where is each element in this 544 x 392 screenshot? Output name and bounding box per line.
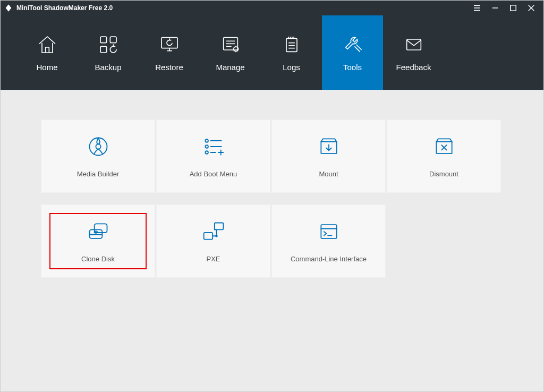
nav-label: Logs (283, 63, 300, 72)
svg-rect-7 (100, 37, 107, 43)
box-down-icon (317, 135, 341, 160)
tile-dismount[interactable]: Dismount (387, 120, 501, 193)
maximize-button[interactable] (504, 1, 522, 15)
tile-label: Mount (319, 170, 338, 178)
nav-logs[interactable]: Logs (261, 15, 322, 90)
tile-clone-disk[interactable]: Clone Disk (41, 204, 155, 278)
tile-label: Media Builder (77, 170, 120, 178)
terminal-icon (317, 220, 341, 245)
app-title: MiniTool ShadowMaker Free 2.0 (16, 4, 113, 12)
title-bar: MiniTool ShadowMaker Free 2.0 (1, 1, 543, 15)
app-logo-icon (4, 3, 13, 13)
svg-point-25 (89, 138, 107, 155)
tile-label: Dismount (429, 170, 458, 178)
tools-grid: Media Builder Add Boot Menu Mount Dismou… (41, 120, 503, 193)
svg-rect-18 (286, 38, 297, 52)
disc-icon (87, 135, 110, 160)
svg-rect-4 (511, 5, 516, 11)
content-area: Media Builder Add Boot Menu Mount Dismou… (1, 90, 543, 391)
network-icon (202, 220, 225, 245)
svg-rect-47 (321, 225, 336, 238)
nav-restore[interactable]: Restore (139, 15, 200, 90)
tile-command-line[interactable]: Command-Line Interface (271, 204, 386, 278)
svg-point-27 (205, 139, 208, 142)
svg-rect-44 (214, 223, 223, 229)
tile-media-builder[interactable]: Media Builder (41, 120, 155, 193)
svg-point-29 (205, 145, 208, 148)
tile-pxe[interactable]: PXE (156, 204, 270, 278)
tools-grid-row2: Clone Disk PXE Command-Line Interface (41, 204, 503, 278)
nav-feedback[interactable]: Feedback (383, 15, 444, 90)
tile-label: Add Boot Menu (190, 170, 237, 178)
nav-label: Home (36, 63, 57, 72)
menu-button[interactable] (468, 1, 486, 15)
nav-home[interactable]: Home (16, 15, 78, 90)
svg-rect-24 (406, 39, 421, 50)
main-nav: Home Backup Restore Manage Logs Tools Fe… (1, 15, 543, 90)
svg-point-31 (205, 151, 208, 154)
list-add-icon (202, 135, 225, 160)
nav-manage[interactable]: Manage (200, 15, 261, 90)
svg-point-46 (216, 235, 217, 236)
close-button[interactable] (522, 1, 540, 15)
tile-add-boot-menu[interactable]: Add Boot Menu (156, 120, 270, 193)
tile-mount[interactable]: Mount (271, 120, 386, 193)
svg-rect-45 (203, 232, 212, 239)
nav-backup[interactable]: Backup (78, 15, 139, 90)
tile-label: Clone Disk (81, 255, 115, 263)
nav-label: Tools (343, 63, 362, 72)
svg-rect-8 (110, 37, 116, 43)
svg-point-26 (96, 144, 100, 149)
nav-tools[interactable]: Tools (322, 15, 383, 90)
box-x-icon (432, 135, 456, 160)
nav-label: Backup (95, 63, 121, 72)
clone-disk-icon (87, 220, 110, 245)
svg-rect-9 (100, 46, 107, 53)
tile-label: PXE (206, 255, 220, 263)
nav-label: Restore (155, 63, 183, 72)
tile-label: Command-Line Interface (291, 255, 367, 263)
minimize-button[interactable] (486, 1, 504, 15)
nav-label: Manage (216, 63, 244, 72)
nav-label: Feedback (396, 63, 431, 72)
